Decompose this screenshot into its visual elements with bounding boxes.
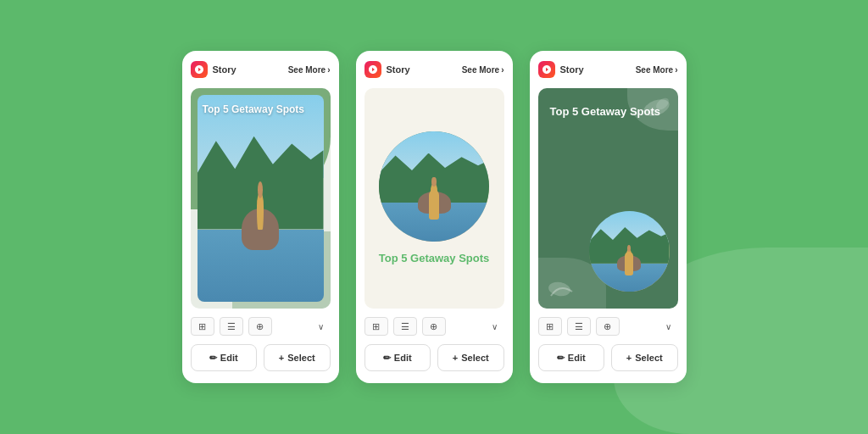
- t2-circle: [379, 131, 489, 242]
- scene-person-head-2: [431, 177, 436, 186]
- card-3-toolbar: ⊞ ☰ ⊕ ∨: [538, 315, 678, 337]
- cards-container: Story See More › Top 5 Getaway Spots: [182, 51, 687, 383]
- scene-person-head-3: [627, 245, 631, 252]
- toolbar-dropdown-3[interactable]: ∨: [659, 317, 678, 336]
- toolbar-dropdown-1[interactable]: ∨: [312, 317, 331, 336]
- story-icon-1: [191, 61, 208, 78]
- story-label-3: Story: [560, 64, 584, 75]
- see-more-2[interactable]: See More ›: [462, 65, 504, 75]
- plus-icon-2: +: [453, 353, 458, 363]
- card-1-toolbar: ⊞ ☰ ⊕ ∨: [191, 315, 331, 337]
- see-more-arrow-3: ›: [675, 65, 677, 75]
- scene-water-3: [589, 264, 670, 292]
- see-more-1[interactable]: See More ›: [288, 65, 331, 75]
- plus-icon-1: +: [279, 353, 284, 363]
- template-card-1: Story See More › Top 5 Getaway Spots: [182, 51, 339, 383]
- edit-icon-2: ✏: [383, 353, 391, 364]
- t3-leaf-br-icon: [547, 279, 581, 300]
- see-more-arrow-2: ›: [501, 65, 504, 75]
- photo-scene-1: [198, 95, 324, 302]
- toolbar-icon-grid-1[interactable]: ⊞: [191, 317, 214, 336]
- scene-rock-2: [418, 192, 451, 214]
- toolbar-dropdown-2[interactable]: ∨: [486, 317, 504, 336]
- select-button-3[interactable]: + Select: [611, 344, 678, 371]
- story-label-2: Story: [387, 64, 410, 75]
- story-icon-2: [364, 61, 381, 78]
- toolbar-icon-add-2[interactable]: ⊕: [422, 317, 446, 336]
- edit-icon-1: ✏: [209, 353, 217, 364]
- photo-scene-3: [589, 211, 670, 292]
- photo-scene-2: [379, 131, 489, 242]
- toolbar-icon-grid-3[interactable]: ⊞: [538, 317, 562, 336]
- toolbar-icon-list-2[interactable]: ☰: [393, 317, 417, 336]
- t1-text-overlay: Top 5 Getaway Spots: [203, 103, 304, 117]
- edit-button-1[interactable]: ✏ Edit: [191, 344, 258, 371]
- t3-text: Top 5 Getaway Spots: [550, 105, 661, 120]
- see-more-3[interactable]: See More ›: [636, 65, 678, 75]
- template-card-2: Story See More › Top 5 Getaway Spots ⊞: [356, 51, 513, 383]
- toolbar-icon-add-1[interactable]: ⊕: [248, 317, 272, 336]
- card-1-header: Story See More ›: [191, 59, 331, 81]
- scene-person-3: [626, 249, 632, 264]
- toolbar-icon-grid-2[interactable]: ⊞: [364, 317, 388, 336]
- toolbar-icon-add-3[interactable]: ⊕: [596, 317, 620, 336]
- t3-circle: [589, 211, 670, 292]
- card-3-header: Story See More ›: [538, 59, 678, 81]
- t2-text: Top 5 Getaway Spots: [379, 252, 490, 266]
- card-3-actions: ✏ Edit + Select: [538, 344, 678, 371]
- story-icon-3: [538, 61, 555, 78]
- scene-rock-3: [617, 255, 642, 271]
- card-2-actions: ✏ Edit + Select: [364, 344, 504, 371]
- edit-icon-3: ✏: [557, 353, 565, 364]
- scene-water-2: [379, 203, 489, 242]
- edit-button-2[interactable]: ✏ Edit: [364, 344, 431, 371]
- edit-button-3[interactable]: ✏ Edit: [538, 344, 605, 371]
- t1-photo: [198, 95, 324, 302]
- select-button-2[interactable]: + Select: [437, 344, 504, 371]
- toolbar-icon-list-1[interactable]: ☰: [220, 317, 243, 336]
- scene-person-head: [258, 181, 263, 198]
- card-2-preview: Top 5 Getaway Spots: [364, 88, 504, 309]
- template-card-3: Story See More ›: [530, 51, 687, 383]
- card-1-actions: ✏ Edit + Select: [191, 344, 331, 371]
- card-1-preview: Top 5 Getaway Spots: [191, 88, 331, 309]
- see-more-arrow-1: ›: [327, 65, 330, 75]
- story-label-1: Story: [213, 64, 236, 75]
- select-button-1[interactable]: + Select: [264, 344, 331, 371]
- card-2-toolbar: ⊞ ☰ ⊕ ∨: [364, 315, 504, 337]
- card-2-header: Story See More ›: [364, 59, 504, 81]
- card-3-preview: Top 5 Getaway Spots: [538, 88, 678, 309]
- toolbar-icon-list-3[interactable]: ☰: [567, 317, 591, 336]
- plus-icon-3: +: [626, 353, 632, 363]
